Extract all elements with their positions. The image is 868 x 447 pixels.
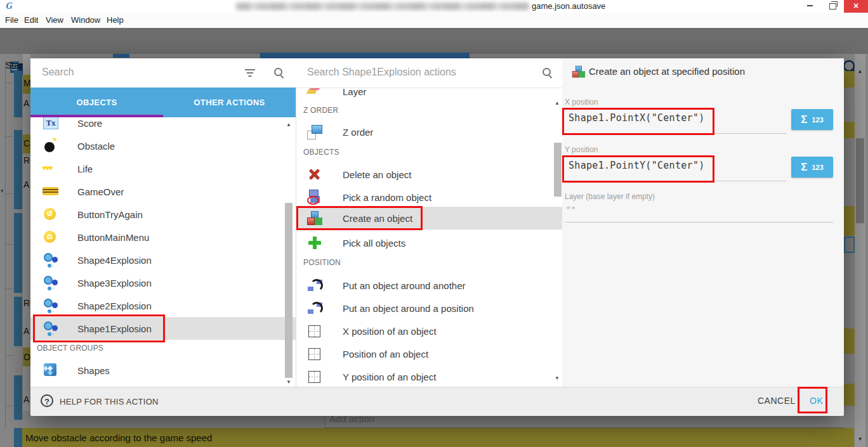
objects-search-input[interactable]	[41, 66, 214, 79]
section-position: POSITION	[303, 258, 341, 267]
y-expression-button[interactable]: Σ 123	[791, 157, 833, 178]
position-grid-icon	[306, 346, 324, 362]
list-item-gameover[interactable]: GameOver	[30, 180, 296, 203]
cancel-button[interactable]: CANCEL	[754, 395, 799, 406]
list-item-buttonmainmenu[interactable]: ButtonMainMenu	[30, 226, 296, 249]
list-item-shape4explosion[interactable]: Shape4Explosion	[30, 249, 296, 271]
retry-button-icon	[42, 206, 60, 223]
menu-window[interactable]: Window	[71, 15, 100, 25]
minimize-button[interactable]	[798, 0, 821, 13]
tab-other-actions[interactable]: OTHER ACTIONS	[163, 87, 296, 117]
plus-icon	[306, 235, 324, 251]
objects-search	[30, 58, 296, 88]
action-item-y-position[interactable]: Y position of an object	[296, 365, 562, 388]
close-button[interactable]: ×	[844, 0, 868, 13]
menu-help[interactable]: Help	[107, 15, 124, 25]
list-item-obstacle[interactable]: Obstacle	[30, 134, 296, 157]
list-item-buttontryagain[interactable]: ButtonTryAgain	[30, 203, 296, 226]
action-item-x-position[interactable]: X position of an object	[296, 320, 562, 342]
action-item-delete-object[interactable]: Delete an object	[296, 163, 562, 186]
object-groups-header: OBJECT GROUPS	[37, 344, 103, 353]
scroll-up-icon[interactable]: ▲	[284, 122, 293, 127]
object-group-icon	[42, 362, 60, 379]
help-icon[interactable]: ?	[41, 394, 53, 407]
explosion-particles-icon	[42, 275, 60, 291]
x-expression-button[interactable]: Σ 123	[791, 109, 833, 130]
menu-file[interactable]: File	[5, 15, 18, 25]
action-editor-dialog: Score Obstacle Life GameOver ButtonTryAg…	[30, 58, 844, 415]
z-order-icon	[306, 124, 324, 140]
search-magnifier-icon	[273, 67, 285, 79]
active-tab-underline	[30, 115, 163, 117]
gdevelop-logo: G	[4, 1, 15, 11]
explosion-particles-icon	[42, 297, 60, 314]
pick-random-icon	[306, 189, 324, 205]
objects-scrollbar-thumb[interactable]	[285, 203, 293, 378]
home-button-icon	[42, 229, 60, 245]
filter-icon[interactable]	[244, 68, 256, 77]
y-position-label: Y position	[565, 145, 598, 154]
put-around-icon	[306, 277, 324, 294]
x-position-label: X position	[565, 98, 598, 107]
scroll-up-icon[interactable]: ▲	[553, 100, 562, 106]
bomb-icon	[42, 138, 60, 154]
action-item-z-order[interactable]: Z order	[296, 120, 562, 143]
redacted-title-text	[236, 3, 529, 10]
list-item-life[interactable]: Life	[30, 157, 296, 180]
annotation-box-x-position	[562, 108, 714, 135]
action-item-pick-all[interactable]: Pick all objects	[296, 231, 562, 254]
sigma-icon: Σ	[801, 113, 807, 126]
scroll-down-icon[interactable]: ▼	[284, 379, 293, 385]
list-item-shape3explosion[interactable]: Shape3Explosion	[30, 271, 296, 294]
list-item-shape2explosion[interactable]: Shape2Explosion	[30, 294, 296, 317]
section-z-order: Z ORDER	[303, 106, 338, 115]
dialog-footer: ? HELP FOR THIS ACTION CANCEL OK	[30, 387, 844, 416]
actions-search-input[interactable]	[306, 66, 518, 79]
sigma-icon: Σ	[801, 161, 807, 174]
search-magnifier-icon	[542, 67, 553, 79]
layer-input[interactable]: ""	[566, 205, 576, 214]
restore-button[interactable]	[821, 0, 844, 13]
menu-edit[interactable]: Edit	[24, 15, 38, 25]
help-link[interactable]: HELP FOR THIS ACTION	[60, 397, 159, 406]
position-grid-icon	[306, 368, 324, 385]
actions-search	[296, 58, 562, 88]
annotation-box-create-object	[296, 206, 423, 230]
action-item-put-around-position[interactable]: Put an object around a position	[296, 297, 562, 320]
annotation-box-y-position	[562, 155, 714, 183]
action-item-put-around-another[interactable]: Put an object around another	[296, 274, 562, 297]
panel-tabs: OBJECTS OTHER ACTIONS	[30, 87, 296, 117]
put-around-icon	[306, 300, 324, 316]
section-objects: OBJECTS	[303, 148, 339, 157]
delete-cross-icon	[306, 166, 324, 183]
window-titlebar: G game.json.autosave ×	[0, 0, 868, 13]
gameover-banner-icon	[42, 183, 60, 200]
annotation-box-ok	[798, 387, 827, 413]
action-item-position[interactable]: Position of an object	[296, 342, 562, 365]
menu-bar: File Edit View Window Help	[0, 13, 868, 28]
scroll-down-icon[interactable]: ▼	[553, 375, 562, 381]
create-object-icon	[571, 65, 586, 79]
tab-objects[interactable]: OBJECTS	[30, 87, 163, 117]
list-item-shapes-group[interactable]: Shapes	[30, 359, 296, 382]
action-item-pick-random[interactable]: Pick a random object	[296, 186, 562, 209]
hearts-icon	[42, 160, 60, 177]
window-title: game.json.autosave	[532, 1, 605, 11]
action-title: Create an object at specified position	[589, 66, 745, 77]
position-grid-icon	[306, 323, 324, 339]
menu-view[interactable]: View	[46, 15, 63, 25]
layer-label: Layer (base layer if empty)	[565, 192, 655, 201]
annotation-box-shape1explosion	[33, 314, 165, 342]
explosion-particles-icon	[42, 252, 60, 268]
actions-scrollbar-thumb[interactable]	[554, 143, 562, 197]
